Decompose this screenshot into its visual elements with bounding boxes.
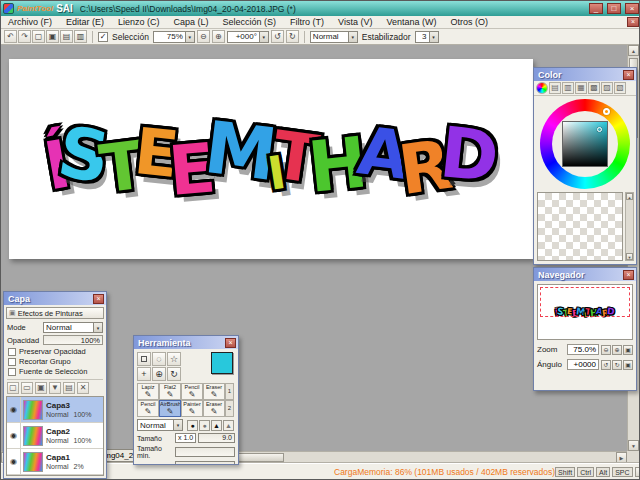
zoom-out-icon[interactable]: ⊖ [197,30,210,43]
seleccion-checkbox[interactable]: ✓ [98,32,108,42]
navigator-angle-button-1[interactable]: ↻ [612,360,622,370]
tool-flat2[interactable]: Flat2✎ [159,383,181,400]
status-indicator-icon[interactable] [635,467,640,477]
sv-selector-dot[interactable] [597,127,602,132]
navigator-zoom-button-0[interactable]: ⊖ [601,345,611,355]
document-close-button[interactable]: × [627,17,639,27]
layer-row-capa2[interactable]: ◉Capa2Normal100% [7,423,103,449]
size-unit-select[interactable]: x 1.0 [175,433,196,443]
current-color-swatch[interactable] [211,352,233,374]
brush-shape-2[interactable]: ▲ [211,420,222,431]
navigator-angle-button-2[interactable]: ▣ [623,360,633,370]
layer-opacity-slider[interactable]: 100% [43,335,103,345]
expand-selection-icon[interactable]: ▤ [60,30,73,43]
color-wheel-icon[interactable] [536,82,548,94]
menu-item-lienzo-c[interactable]: Lienzo (C) [111,16,167,29]
size-slider[interactable]: 9.0 [198,433,235,443]
menu-item-editar-e[interactable]: Editar (E) [59,16,111,29]
merge-down-icon[interactable]: ▼ [49,382,61,394]
tool-airbrush[interactable]: AirBrush✎ [159,400,181,417]
tool-pencil[interactable]: Pencil✎ [181,383,203,400]
min-size-slider[interactable] [175,447,235,457]
tool-pencil[interactable]: Pencil✎ [137,400,159,417]
tool-eraser[interactable]: Eraser✎ [203,400,225,417]
estabilizador-select[interactable]: 3 ▾ [415,31,439,43]
minimize-button[interactable]: _ [589,3,603,14]
paint-effects-header[interactable]: ▣ Efectos de Pinturas [6,307,104,319]
canvas-image[interactable]: ÍSTEEMITHARD [9,59,533,259]
tool-lapiz[interactable]: Lapiz✎ [137,383,159,400]
swatch-area[interactable] [537,192,623,261]
new-layer-icon[interactable]: ▢ [7,382,19,394]
angle-select[interactable]: +000° ▾ [227,31,269,43]
navigator-panel-close-button[interactable]: × [623,270,634,280]
scroll-up-icon[interactable]: ▲ [626,193,633,200]
zoom-tool-icon[interactable]: ⊕ [152,367,166,381]
layer-row-capa3[interactable]: ◉Capa3Normal100% [7,397,103,423]
menu-item-vista-v[interactable]: Vista (V) [331,16,379,29]
hue-selector-dot[interactable] [603,108,610,115]
redo-icon[interactable]: ↷ [18,30,31,43]
navigator-zoom-button-2[interactable]: ▣ [623,345,633,355]
density-slider[interactable] [175,461,235,465]
navigator-thumbnail[interactable]: ÍSTEEMITHARD [537,284,633,340]
rect-select-icon[interactable] [137,352,151,366]
viewport-rectangle[interactable] [540,287,630,317]
tool-panel-close-button[interactable]: × [225,338,236,348]
rotate-tool-icon[interactable]: ↻ [167,367,181,381]
layer-visibility-icon[interactable]: ◉ [7,423,21,448]
brush-shape-0[interactable]: ● [187,420,198,431]
menu-item-selecci-n-s[interactable]: Selección (S) [216,16,284,29]
rotate-cw-icon[interactable]: ↻ [286,30,299,43]
layer-visibility-icon[interactable]: ◉ [7,397,21,422]
shrink-selection-icon[interactable]: ▥ [74,30,87,43]
zoom-select[interactable]: 75% ▾ [153,31,195,43]
rotate-ccw-icon[interactable]: ↺ [271,30,284,43]
tool-painter[interactable]: Painter✎ [181,400,203,417]
color-panel-titlebar[interactable]: Color × [534,68,636,81]
brush-shape-1[interactable]: ● [199,420,210,431]
menu-item-filtro-t[interactable]: Filtro (T) [283,16,331,29]
scratchpad-icon[interactable]: ▨ [601,82,613,94]
layer-panel-titlebar[interactable]: Capa × [4,292,106,305]
color-mixer-icon[interactable]: ▦ [575,82,587,94]
hsv-sliders-icon[interactable]: ▥ [562,82,574,94]
layer-row-capa1[interactable]: ◉Capa1Normal2% [7,449,103,475]
rgb-sliders-icon[interactable]: ▤ [549,82,561,94]
invert-selection-icon[interactable]: ▣ [46,30,59,43]
maximize-button[interactable]: □ [607,3,621,14]
checkbox-preservar-opacidad[interactable] [8,348,16,356]
navigator-panel-titlebar[interactable]: Navegador × [534,268,636,281]
magic-wand-icon[interactable]: ☆ [167,352,181,366]
scroll-down-icon[interactable]: ▼ [626,253,633,260]
close-button[interactable]: × [625,3,639,14]
undo-icon[interactable]: ↶ [4,30,17,43]
navigator-angle-button-0[interactable]: ↺ [601,360,611,370]
scroll-right-icon[interactable]: ▶ [616,452,627,463]
delete-layer-icon[interactable]: ✕ [77,382,89,394]
zoom-in-icon[interactable]: ⊕ [212,30,225,43]
scroll-up-icon[interactable]: ▲ [628,45,639,56]
swatch-scrollbar[interactable]: ▲ ▼ [625,192,634,261]
brush-mode-select[interactable]: Normal ▾ [137,419,183,431]
menu-item-capa-l[interactable]: Capa (L) [167,16,216,29]
brush-shape-3[interactable]: ▲ [223,420,234,431]
tool-panel-titlebar[interactable]: Herramienta × [134,336,238,349]
scroll-down-icon[interactable]: ▼ [628,440,639,451]
menu-item-ventana-w[interactable]: Ventana (W) [379,16,443,29]
layer-mode-select[interactable]: Normal ▾ [43,322,103,333]
paint-mode-select[interactable]: Normal ▾ [310,31,358,43]
color-panel-close-button[interactable]: × [623,70,634,80]
move-icon[interactable]: + [137,367,151,381]
custom-color-icon[interactable]: ▧ [614,82,626,94]
saturation-value-square[interactable] [562,121,608,167]
navigator-zoom-button-1[interactable]: ⊕ [612,345,622,355]
layer-panel-close-button[interactable]: × [93,294,104,304]
layer-visibility-icon[interactable]: ◉ [7,449,21,474]
swatches-icon[interactable]: ▩ [588,82,600,94]
checkbox-recortar-grupo[interactable] [8,358,16,366]
color-wheel[interactable] [540,99,630,189]
lasso-icon[interactable]: ◌ [152,352,166,366]
menu-item-archivo-f[interactable]: Archivo (F) [1,16,59,29]
clear-layer-icon[interactable]: ▤ [63,382,75,394]
